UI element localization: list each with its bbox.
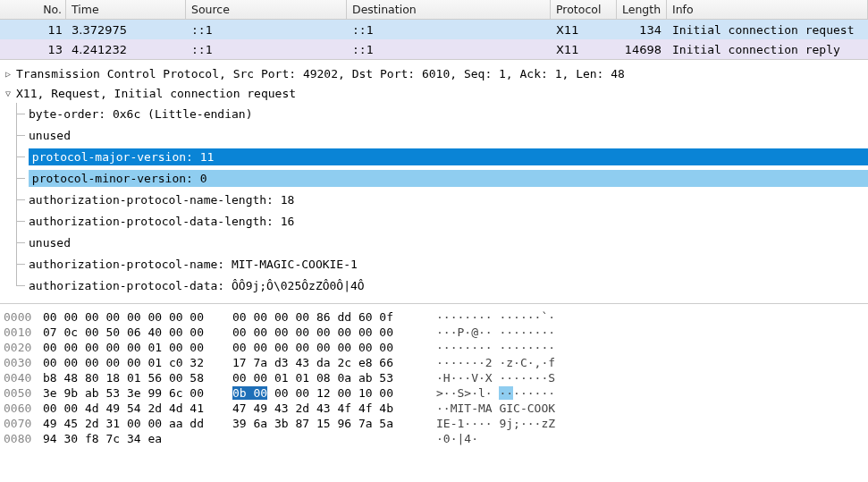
cell-protocol: X11 xyxy=(551,41,617,58)
hex-bytes-1: 07 0c 00 50 06 40 00 00 xyxy=(43,325,232,340)
packet-row[interactable]: 11 3.372975 ::1 ::1 X11 134 Initial conn… xyxy=(0,20,868,39)
hex-row[interactable]: 001007 0c 00 50 06 40 00 0000 00 00 00 0… xyxy=(4,325,864,340)
tree-item-auth-data-len[interactable]: authorization-protocol-data-length: 16 xyxy=(16,210,868,232)
hex-bytes-2: 47 49 43 2d 43 4f 4f 4b xyxy=(232,401,436,416)
cell-time: 3.372975 xyxy=(66,21,186,38)
tree-label: authorization-protocol-name-length: 18 xyxy=(29,193,294,207)
hex-ascii: ········ ······`· xyxy=(436,309,555,325)
hex-bytes-2: 00 00 00 00 86 dd 60 0f xyxy=(232,309,436,325)
hex-offset: 0040 xyxy=(4,370,43,385)
hex-offset: 0010 xyxy=(4,325,43,340)
col-header-length[interactable]: Length xyxy=(617,0,667,19)
hex-row[interactable]: 003000 00 00 00 00 01 c0 3217 7a d3 43 d… xyxy=(4,355,864,370)
hex-bytes-2: 00 00 00 00 00 00 00 00 xyxy=(232,340,436,355)
hex-ascii: ·H···V·X ·······S xyxy=(436,370,555,385)
packet-details-pane: ▷ Transmission Control Protocol, Src Por… xyxy=(0,60,868,304)
cell-no: 11 xyxy=(0,21,66,38)
hex-offset: 0030 xyxy=(4,355,43,370)
hex-row[interactable]: 008094 30 f8 7c 34 ea·0·|4· xyxy=(4,431,864,446)
hex-offset: 0060 xyxy=(4,401,43,416)
hex-bytes-1: 00 00 00 00 00 00 00 00 xyxy=(43,309,232,325)
cell-length: 134 xyxy=(617,21,667,38)
tree-label: Transmission Control Protocol, Src Port:… xyxy=(14,67,625,80)
packet-row[interactable]: 13 4.241232 ::1 ::1 X11 14698 Initial co… xyxy=(0,39,868,59)
cell-info: Initial connection request xyxy=(667,21,868,38)
tree-label: authorization-protocol-data-length: 16 xyxy=(29,215,294,228)
hex-bytes-highlight: 0b 00 xyxy=(232,386,267,400)
hex-bytes-1: b8 48 80 18 01 56 00 58 xyxy=(43,370,232,385)
col-header-protocol[interactable]: Protocol xyxy=(551,0,617,19)
col-header-destination[interactable]: Destination xyxy=(347,0,551,19)
tree-item-auth-name-len[interactable]: authorization-protocol-name-length: 18 xyxy=(16,189,868,210)
tree-label: protocol-major-version: 11 xyxy=(29,148,868,165)
cell-length: 14698 xyxy=(617,41,667,58)
col-header-no[interactable]: No. xyxy=(0,0,66,19)
hex-bytes-2: 00 00 01 01 08 0a ab 53 xyxy=(232,370,436,385)
cell-no: 13 xyxy=(0,41,66,58)
tree-item-unused[interactable]: unused xyxy=(16,232,868,253)
tree-item-proto-major[interactable]: protocol-major-version: 11 xyxy=(16,146,868,167)
hex-bytes-2: 0b 00 00 00 12 00 10 00 xyxy=(232,385,436,401)
tree-label: byte-order: 0x6c (Little-endian) xyxy=(29,107,252,121)
hex-bytes-1: 00 00 00 00 00 01 c0 32 xyxy=(43,355,232,370)
tree-label: unused xyxy=(29,236,71,249)
hex-bytes-1: 49 45 2d 31 00 00 aa dd xyxy=(43,416,232,431)
tree-label: authorization-protocol-data: ÔÔ9j;Ô\025Ô… xyxy=(29,279,365,292)
hex-bytes-2 xyxy=(232,431,436,446)
hex-bytes-1: 94 30 f8 7c 34 ea xyxy=(43,431,232,446)
hex-ascii: ···P·@·· ········ xyxy=(436,325,555,340)
hex-ascii: ········ ········ xyxy=(436,340,555,355)
col-header-source[interactable]: Source xyxy=(186,0,347,19)
hex-offset: 0070 xyxy=(4,416,43,431)
cell-protocol: X11 xyxy=(551,21,617,38)
tree-item-auth-name[interactable]: authorization-protocol-name: MIT-MAGIC-C… xyxy=(16,253,868,275)
col-header-info[interactable]: Info xyxy=(667,0,868,19)
hex-bytes-1: 00 00 00 00 00 01 00 00 xyxy=(43,340,232,355)
cell-source: ::1 xyxy=(186,41,347,58)
hex-offset: 0050 xyxy=(4,385,43,401)
tree-item-proto-minor[interactable]: protocol-minor-version: 0 xyxy=(16,167,868,189)
chevron-right-icon: ▷ xyxy=(2,69,14,79)
cell-time: 4.241232 xyxy=(66,41,186,58)
hex-offset: 0020 xyxy=(4,340,43,355)
hex-bytes-2: 17 7a d3 43 da 2c e8 66 xyxy=(232,355,436,370)
cell-source: ::1 xyxy=(186,21,347,38)
hex-row[interactable]: 00503e 9b ab 53 3e 99 6c 000b 00 00 00 1… xyxy=(4,385,864,401)
cell-destination: ::1 xyxy=(347,41,551,58)
packet-list-pane: No. Time Source Destination Protocol Len… xyxy=(0,0,868,60)
hex-ascii-highlight: ·· xyxy=(499,386,513,400)
tree-label: protocol-minor-version: 0 xyxy=(29,170,868,187)
hex-offset: 0000 xyxy=(4,309,43,325)
hex-row[interactable]: 002000 00 00 00 00 01 00 0000 00 00 00 0… xyxy=(4,340,864,355)
tree-item-unused[interactable]: unused xyxy=(16,124,868,146)
hex-offset: 0080 xyxy=(4,431,43,446)
hex-ascii: IE-1···· 9j;···zZ xyxy=(436,416,555,431)
tree-item-auth-data[interactable]: authorization-protocol-data: ÔÔ9j;Ô\025Ô… xyxy=(16,275,868,296)
hex-row[interactable]: 006000 00 4d 49 54 2d 4d 4147 49 43 2d 4… xyxy=(4,401,864,416)
tree-item-x11[interactable]: ▽ X11, Request, Initial connection reque… xyxy=(0,83,868,103)
hex-ascii: ··MIT-MA GIC-COOK xyxy=(436,401,555,416)
tree-label: X11, Request, Initial connection request xyxy=(14,87,296,100)
tree-label: unused xyxy=(29,129,71,142)
hex-bytes-1: 00 00 4d 49 54 2d 4d 41 xyxy=(43,401,232,416)
packet-list-header: No. Time Source Destination Protocol Len… xyxy=(0,0,868,20)
tree-children: byte-order: 0x6c (Little-endian) unused … xyxy=(0,103,868,296)
col-header-time[interactable]: Time xyxy=(66,0,186,19)
hex-ascii: >··S>·l· ········ xyxy=(436,385,555,401)
hex-bytes-2: 39 6a 3b 87 15 96 7a 5a xyxy=(232,416,436,431)
hex-ascii: ·0·|4· xyxy=(436,431,478,446)
hex-ascii: ·······2 ·z·C·,·f xyxy=(436,355,555,370)
chevron-down-icon: ▽ xyxy=(2,89,14,98)
hex-row[interactable]: 000000 00 00 00 00 00 00 0000 00 00 00 8… xyxy=(4,309,864,325)
hex-bytes-1: 3e 9b ab 53 3e 99 6c 00 xyxy=(43,385,232,401)
cell-destination: ::1 xyxy=(347,21,551,38)
hex-dump-pane: 000000 00 00 00 00 00 00 0000 00 00 00 8… xyxy=(0,304,868,452)
tree-item-tcp[interactable]: ▷ Transmission Control Protocol, Src Por… xyxy=(0,63,868,83)
hex-row[interactable]: 0040b8 48 80 18 01 56 00 5800 00 01 01 0… xyxy=(4,370,864,385)
hex-row[interactable]: 007049 45 2d 31 00 00 aa dd39 6a 3b 87 1… xyxy=(4,416,864,431)
tree-label: authorization-protocol-name: MIT-MAGIC-C… xyxy=(29,258,358,271)
tree-item-byte-order[interactable]: byte-order: 0x6c (Little-endian) xyxy=(16,103,868,124)
hex-bytes-2: 00 00 00 00 00 00 00 00 xyxy=(232,325,436,340)
cell-info: Initial connection reply xyxy=(667,41,868,58)
